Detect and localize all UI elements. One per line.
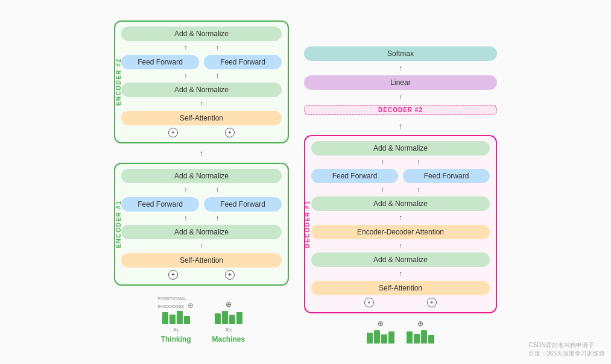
enc1-plus1: + xyxy=(168,270,178,280)
enc2-add-norm-mid: Add & Normalize xyxy=(121,83,282,97)
enc1-add-norm-top: Add & Normalize xyxy=(121,169,282,183)
dec1-self-attn: Self-Attention xyxy=(311,281,490,295)
enc2-plus-row: + + xyxy=(121,128,282,137)
dec1-arrow2: ↑ ↑ xyxy=(311,186,490,194)
enc1-ff-row: Feed Forward Feed Forward xyxy=(121,197,282,212)
dec1-ff-row: Feed Forward Feed Forward xyxy=(311,169,490,183)
dbar3 xyxy=(381,334,387,344)
between-enc-arrow: ↑ xyxy=(114,148,289,158)
bar5 xyxy=(215,313,221,324)
dec-plus1: ⊕ xyxy=(378,319,384,328)
dec1-arrow5: ↑ xyxy=(311,269,490,278)
top-output-layers: Softmax ↑ Linear ↑ DECODER #2 xyxy=(304,46,497,115)
enc1-add-norm-mid: Add & Normalize xyxy=(121,225,282,239)
dbar1 xyxy=(367,333,373,344)
enc1-ff1: Feed Forward xyxy=(121,197,199,212)
enc2-plus1: + xyxy=(168,128,178,137)
enc2-arrow3: ↑ xyxy=(121,99,282,108)
dbar7 xyxy=(421,330,427,344)
enc2-add-norm-top: Add & Normalize xyxy=(121,27,282,41)
bar1 xyxy=(162,312,168,324)
encoder1-label: ENCODER #1 xyxy=(115,201,122,248)
encoder2-box: ENCODER #2 Add & Normalize ↑ ↑ Feed Forw… xyxy=(114,20,289,143)
dec-bars-1 xyxy=(367,330,394,344)
bar8 xyxy=(236,312,242,324)
machines-label: Machines xyxy=(212,335,245,344)
encoder2-label: ENCODER #2 xyxy=(115,58,122,106)
dec1-arrow3: ↑ xyxy=(311,213,490,222)
input-bars-x2 xyxy=(215,311,242,324)
bar6 xyxy=(222,311,228,324)
enc2-self-attn: Self-Attention xyxy=(121,111,282,125)
softmax-layer: Softmax xyxy=(304,46,497,61)
enc2-plus2: + xyxy=(225,128,235,137)
enc2-ff2: Feed Forward xyxy=(204,55,282,69)
dec-input-2: ⊕ xyxy=(407,319,434,344)
dbar4 xyxy=(388,331,394,344)
bar2 xyxy=(169,315,176,324)
enc1-arrow3: ↑ xyxy=(121,242,282,250)
enc2-arrow2: ↑ ↑ xyxy=(121,72,282,80)
bar3 xyxy=(177,311,183,324)
decoder-column: Softmax ↑ Linear ↑ DECODER #2 ↑ DECODER … xyxy=(304,46,497,344)
pos-enc-label: POSITIONALENCODING ⊕ xyxy=(158,295,194,310)
enc1-plus2: + xyxy=(225,270,235,280)
enc2-ff1: Feed Forward xyxy=(121,55,199,69)
watermark: CSDN@好名叫狗申请子 百度：365天深度学习训练营 xyxy=(528,341,605,358)
dbar6 xyxy=(414,334,420,344)
dbar8 xyxy=(428,335,434,344)
x1-sublabel: x₁ xyxy=(173,325,179,333)
enc1-arrow1: ↑ ↑ xyxy=(121,186,282,194)
decoder2-label: DECODER #2 xyxy=(304,105,497,115)
input-bars-x1 xyxy=(162,311,190,324)
dec1-add-norm-2: Add & Normalize xyxy=(311,196,490,211)
encoder-column: ENCODER #2 Add & Normalize ↑ ↑ Feed Forw… xyxy=(114,20,289,343)
linear-arrow: ↑ xyxy=(304,93,497,101)
enc1-arrow2: ↑ ↑ xyxy=(121,214,282,222)
input-x2: spacer ⊕ ⊕ x₂ Machines xyxy=(212,293,245,344)
dec1-add-norm-top: Add & Normalize xyxy=(311,141,490,155)
dec2-top-arrow: ↑ xyxy=(304,121,497,131)
dec1-arrow1: ↑ ↑ xyxy=(311,158,490,166)
bar4 xyxy=(184,316,190,324)
dec-bars-2 xyxy=(407,330,434,344)
decoder-input-section: ⊕ ⊕ xyxy=(367,319,434,344)
enc-plus-bottom: ⊕ xyxy=(226,300,232,309)
dec1-plus1: + xyxy=(364,298,374,307)
x2-sublabel: x₂ xyxy=(226,325,232,333)
dec1-arrow4: ↑ xyxy=(311,242,490,250)
enc1-ff2: Feed Forward xyxy=(204,197,282,212)
input-section: POSITIONALENCODING ⊕ x₁ Thinking spacer … xyxy=(158,293,245,344)
encoder1-box: ENCODER #1 Add & Normalize ↑ ↑ Feed Forw… xyxy=(114,163,289,285)
dec1-ff2: Feed Forward xyxy=(403,169,490,183)
dec1-ff1: Feed Forward xyxy=(311,169,398,183)
dbar5 xyxy=(407,331,413,344)
enc2-arrow1: ↑ ↑ xyxy=(121,43,282,52)
dec1-plus-row: + + xyxy=(311,298,490,307)
decoder1-box: DECODER #1 Add & Normalize ↑ ↑ Feed Forw… xyxy=(304,135,497,313)
bar7 xyxy=(229,315,235,324)
enc2-ff-row: Feed Forward Feed Forward xyxy=(121,55,282,69)
dec1-plus2: + xyxy=(427,298,437,307)
input-x1: POSITIONALENCODING ⊕ x₁ Thinking xyxy=(158,295,194,344)
enc1-self-attn: Self-Attention xyxy=(121,253,282,268)
dec-plus2: ⊕ xyxy=(417,319,423,328)
enc-dec-attn: Encoder-Decoder Attention xyxy=(311,225,490,239)
dec1-add-norm-3: Add & Normalize xyxy=(311,253,490,267)
linear-layer: Linear xyxy=(304,75,497,90)
thinking-label: Thinking xyxy=(161,335,191,344)
diagram: ENCODER #2 Add & Normalize ↑ ↑ Feed Forw… xyxy=(105,14,506,349)
enc1-plus-row: + + xyxy=(121,270,282,280)
dec-input-1: ⊕ xyxy=(367,319,394,344)
dbar2 xyxy=(374,330,380,344)
decoder1-label: DECODER #1 xyxy=(304,200,311,248)
softmax-arrow: ↑ xyxy=(304,64,497,72)
